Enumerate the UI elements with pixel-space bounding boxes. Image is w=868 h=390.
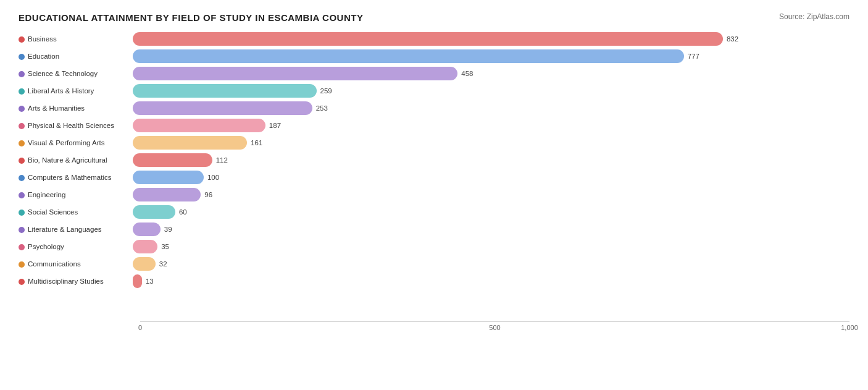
bar-dot: [19, 175, 25, 181]
bar-track: 832: [133, 32, 849, 46]
x-axis-tick: 1,000: [841, 324, 858, 331]
bar-value-label: 60: [179, 208, 187, 216]
bar-row: Psychology35: [19, 238, 849, 255]
chart-body: Business832Education777Science & Technol…: [19, 30, 849, 340]
bar-fill: [133, 205, 175, 219]
bar-label: Psychology: [19, 243, 133, 250]
bar-value-label: 112: [216, 156, 228, 164]
bar-row: Arts & Humanities253: [19, 100, 849, 117]
bar-fill: [133, 136, 247, 150]
bar-label-text: Business: [28, 35, 57, 43]
chart-container: EDUCATIONAL ATTAINMENT BY FIELD OF STUDY…: [0, 0, 868, 390]
bar-label-text: Science & Technology: [28, 70, 98, 77]
bar-fill: [133, 240, 157, 253]
bar-value-label: 35: [161, 243, 169, 250]
bar-value-label: 32: [159, 260, 167, 268]
x-axis-tick: 500: [489, 324, 500, 331]
bar-fill: [133, 153, 212, 167]
bar-track: 161: [133, 136, 849, 150]
bar-value-label: 259: [320, 87, 332, 95]
bar-dot: [19, 210, 25, 216]
bar-track: 13: [133, 274, 849, 288]
bar-fill: [133, 257, 156, 271]
x-axis-tick: 0: [138, 324, 142, 331]
bar-label: Bio, Nature & Agricultural: [19, 156, 133, 164]
bar-track: 253: [133, 101, 849, 115]
bar-fill: [133, 171, 204, 184]
chart-title: EDUCATIONAL ATTAINMENT BY FIELD OF STUDY…: [19, 12, 363, 23]
bar-label: Education: [19, 53, 133, 60]
bar-label: Literature & Languages: [19, 226, 133, 233]
bar-row: Computers & Mathematics100: [19, 169, 849, 186]
bar-track: 39: [133, 223, 849, 236]
bar-track: 112: [133, 153, 849, 167]
bar-label-text: Engineering: [28, 191, 65, 198]
bar-value-label: 13: [146, 278, 154, 285]
bar-dot: [19, 36, 25, 43]
bar-value-label: 832: [727, 35, 738, 43]
bar-track: 35: [133, 240, 849, 253]
bar-label-text: Multidisciplinary Studies: [28, 278, 104, 285]
bar-label: Visual & Performing Arts: [19, 139, 133, 146]
bar-value-label: 96: [204, 191, 212, 198]
bar-row: Engineering96: [19, 186, 849, 203]
bar-fill: [133, 223, 161, 236]
bar-label-text: Physical & Health Sciences: [28, 122, 114, 129]
bar-label: Engineering: [19, 191, 133, 198]
bars-wrapper: Business832Education777Science & Technol…: [19, 30, 849, 321]
bar-dot: [19, 54, 25, 60]
bar-value-label: 777: [688, 53, 699, 60]
bar-dot: [19, 227, 25, 233]
bar-value-label: 39: [164, 226, 172, 233]
bar-track: 32: [133, 257, 849, 271]
bar-fill: [133, 32, 723, 46]
bar-value-label: 458: [461, 70, 473, 77]
bar-value-label: 253: [316, 104, 328, 112]
bar-dot: [19, 106, 25, 112]
bar-fill: [133, 274, 142, 288]
x-axis-container: 05001,000: [140, 321, 849, 340]
bar-dot: [19, 244, 25, 250]
bar-row: Business832: [19, 30, 849, 48]
chart-source: Source: ZipAtlas.com: [779, 12, 849, 21]
bar-row: Liberal Arts & History259: [19, 82, 849, 100]
bar-fill: [133, 84, 317, 98]
bar-dot: [19, 261, 25, 268]
bar-dot: [19, 71, 25, 77]
bar-row: Physical & Health Sciences187: [19, 117, 849, 134]
bar-label-text: Education: [28, 53, 59, 60]
bar-label: Multidisciplinary Studies: [19, 278, 133, 285]
bar-track: 96: [133, 188, 849, 201]
bar-label-text: Literature & Languages: [28, 226, 102, 233]
bar-track: 187: [133, 119, 849, 132]
x-axis-line: [140, 321, 849, 322]
bar-track: 777: [133, 49, 849, 63]
bar-label: Social Sciences: [19, 208, 133, 216]
bar-dot: [19, 192, 25, 198]
bar-value-label: 100: [207, 174, 219, 181]
bar-row: Bio, Nature & Agricultural112: [19, 151, 849, 169]
bar-row: Literature & Languages39: [19, 221, 849, 238]
bar-label-text: Computers & Mathematics: [28, 174, 112, 181]
chart-header: EDUCATIONAL ATTAINMENT BY FIELD OF STUDY…: [19, 12, 849, 23]
bar-row: Communications32: [19, 255, 849, 273]
bar-fill: [133, 67, 457, 80]
bar-label: Physical & Health Sciences: [19, 122, 133, 129]
bar-row: Visual & Performing Arts161: [19, 134, 849, 151]
bar-fill: [133, 188, 201, 201]
bar-row: Science & Technology458: [19, 65, 849, 82]
bar-dot: [19, 123, 25, 129]
bar-label-text: Communications: [28, 260, 81, 268]
bar-label: Communications: [19, 260, 133, 268]
bar-label-text: Visual & Performing Arts: [28, 139, 104, 146]
bar-label-text: Liberal Arts & History: [28, 87, 94, 95]
bar-value-label: 161: [251, 139, 262, 146]
bar-dot: [19, 158, 25, 164]
bar-label: Science & Technology: [19, 70, 133, 77]
bar-label: Computers & Mathematics: [19, 174, 133, 181]
bar-label-text: Social Sciences: [28, 208, 78, 216]
bar-label: Liberal Arts & History: [19, 87, 133, 95]
bar-row: Social Sciences60: [19, 203, 849, 221]
bar-row: Education777: [19, 48, 849, 65]
bar-row: Multidisciplinary Studies13: [19, 273, 849, 290]
